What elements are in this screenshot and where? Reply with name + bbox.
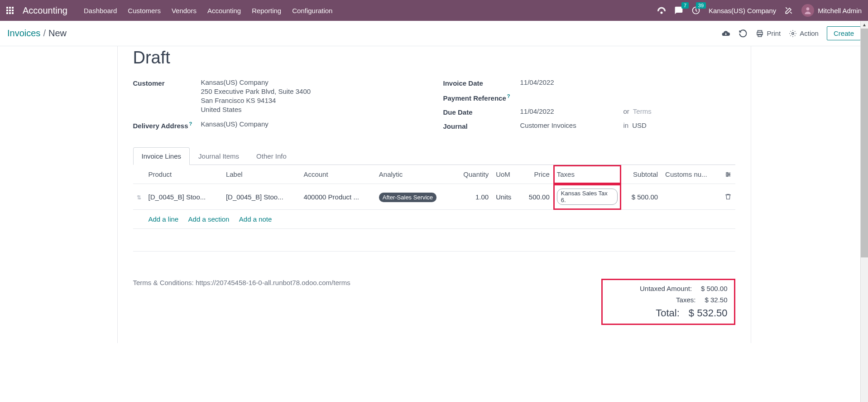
currency-field[interactable]: USD: [632, 121, 647, 129]
cell-uom[interactable]: Units: [492, 184, 519, 210]
th-taxes[interactable]: Taxes: [553, 165, 621, 184]
svg-point-2: [806, 7, 810, 10]
th-account[interactable]: Account: [300, 165, 375, 184]
in-text: in: [623, 121, 629, 129]
user-name: Mitchell Admin: [818, 7, 862, 15]
th-subtotal[interactable]: Subtotal: [621, 165, 662, 184]
untaxed-value: $ 500.00: [701, 285, 727, 292]
cell-label[interactable]: [D_0045_B] Stoo...: [222, 184, 300, 210]
company-switcher[interactable]: Kansas(US) Company: [709, 7, 776, 15]
invoice-lines-table: Product Label Account Analytic Quantity …: [133, 165, 735, 252]
tab-invoice-lines[interactable]: Invoice Lines: [133, 147, 190, 165]
cell-account[interactable]: 400000 Product ...: [300, 184, 375, 210]
print-label: Print: [767, 29, 781, 37]
status-title: Draft: [133, 48, 735, 68]
cell-product[interactable]: [D_0045_B] Stoo...: [145, 184, 222, 210]
nav-dashboard[interactable]: Dashboard: [84, 7, 117, 15]
breadcrumb-root[interactable]: Invoices: [7, 28, 40, 39]
nav-reporting[interactable]: Reporting: [252, 7, 281, 15]
totals-summary: Untaxed Amount: $ 500.00 Taxes: $ 32.50 …: [601, 279, 735, 325]
breadcrumb-current: New: [48, 28, 67, 39]
control-bar: Invoices / New Print Action Create: [0, 21, 868, 46]
add-section-link[interactable]: Add a section: [188, 215, 230, 223]
top-navbar: Accounting Dashboard Customers Vendors A…: [0, 0, 868, 21]
total-value: $ 532.50: [689, 307, 728, 319]
nav-accounting[interactable]: Accounting: [207, 7, 241, 15]
tab-other-info[interactable]: Other Info: [248, 147, 295, 165]
th-label[interactable]: Label: [222, 165, 300, 184]
print-button[interactable]: Print: [756, 29, 781, 38]
svg-point-0: [661, 12, 662, 13]
cell-quantity[interactable]: 1.00: [453, 184, 492, 210]
cell-price[interactable]: 500.00: [519, 184, 553, 210]
breadcrumb: Invoices / New: [7, 28, 67, 39]
journal-label: Journal: [443, 121, 520, 130]
customer-name: Kansas(US) Company: [201, 78, 425, 86]
support-icon[interactable]: [657, 6, 666, 15]
tab-bar: Invoice Lines Journal Items Other Info: [133, 147, 735, 165]
th-quantity[interactable]: Quantity: [453, 165, 492, 184]
delivery-label: Delivery Address?: [133, 120, 201, 130]
payment-ref-label: Payment Reference?: [443, 92, 520, 102]
th-uom[interactable]: UoM: [492, 165, 519, 184]
table-row[interactable]: ⇅ [D_0045_B] Stoo... [D_0045_B] Stoo... …: [133, 184, 735, 210]
customer-field[interactable]: Kansas(US) Company 250 Executive Park Bl…: [201, 78, 425, 115]
user-menu[interactable]: Mitchell Admin: [801, 4, 862, 17]
invoice-date-field[interactable]: 11/04/2022: [520, 78, 735, 86]
create-button[interactable]: Create: [827, 26, 861, 40]
column-options-icon[interactable]: [724, 171, 732, 178]
terms-field[interactable]: Terms: [633, 107, 652, 115]
tools-icon[interactable]: [784, 6, 793, 15]
activities-icon[interactable]: 39: [691, 6, 700, 15]
due-date-label: Due Date: [443, 107, 520, 116]
discard-icon[interactable]: [739, 29, 748, 38]
th-analytic[interactable]: Analytic: [375, 165, 453, 184]
th-customs[interactable]: Customs nu...: [662, 165, 720, 184]
top-menu: Dashboard Customers Vendors Accounting R…: [84, 7, 332, 15]
svg-point-10: [726, 172, 728, 174]
customer-addr1: 250 Executive Park Blvd, Suite 3400: [201, 87, 425, 95]
help-icon[interactable]: ?: [507, 93, 510, 99]
terms-text[interactable]: Terms & Conditions: https://20745458-16-…: [133, 279, 350, 286]
add-note-link[interactable]: Add a note: [239, 215, 272, 223]
breadcrumb-separator: /: [43, 28, 46, 39]
delete-row-icon[interactable]: [724, 193, 732, 200]
taxes-label: Taxes:: [609, 296, 705, 304]
tab-journal-items[interactable]: Journal Items: [190, 147, 248, 165]
app-title: Accounting: [23, 5, 67, 16]
journal-field[interactable]: Customer Invoices: [520, 121, 620, 129]
th-price[interactable]: Price: [519, 165, 553, 184]
drag-handle-icon[interactable]: ⇅: [137, 194, 141, 201]
add-line-link[interactable]: Add a line: [149, 215, 179, 223]
messages-icon[interactable]: 7: [674, 6, 683, 15]
due-date-field[interactable]: 11/04/2022: [520, 107, 620, 115]
customer-country: United States: [201, 106, 425, 113]
customer-label: Customer: [133, 78, 201, 87]
messages-badge: 7: [681, 2, 689, 9]
th-product[interactable]: Product: [145, 165, 222, 184]
taxes-value: $ 32.50: [705, 296, 727, 304]
tax-tag[interactable]: Kansas Sales Tax 6.: [557, 189, 618, 205]
nav-vendors[interactable]: Vendors: [172, 7, 197, 15]
help-icon[interactable]: ?: [189, 121, 192, 126]
svg-point-6: [792, 32, 794, 34]
cloud-save-icon[interactable]: [721, 29, 730, 38]
activities-badge: 39: [696, 2, 706, 9]
scroll-up-arrow[interactable]: ▲: [861, 21, 868, 29]
delivery-field[interactable]: Kansas(US) Company: [201, 120, 425, 128]
action-label: Action: [800, 29, 819, 37]
apps-grid-icon[interactable]: [6, 7, 14, 14]
total-label: Total:: [609, 307, 689, 319]
vertical-scrollbar[interactable]: ▲: [860, 21, 868, 343]
nav-customers[interactable]: Customers: [128, 7, 161, 15]
form-sheet: Draft Customer Kansas(US) Company 250 Ex…: [117, 46, 751, 343]
customer-addr2: San Francisco KS 94134: [201, 97, 425, 104]
avatar-icon: [801, 4, 814, 17]
action-button[interactable]: Action: [789, 29, 819, 38]
nav-configuration[interactable]: Configuration: [292, 7, 332, 15]
svg-point-11: [728, 174, 729, 175]
untaxed-label: Untaxed Amount:: [609, 285, 701, 292]
or-text: or: [623, 107, 629, 115]
analytic-tag[interactable]: After-Sales Service: [379, 193, 436, 202]
invoice-date-label: Invoice Date: [443, 78, 520, 87]
